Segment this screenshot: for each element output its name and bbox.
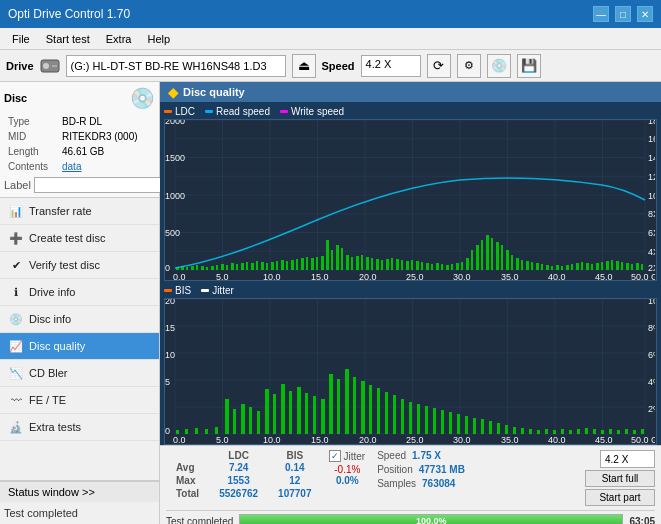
start-full-button[interactable]: Start full [585, 470, 655, 487]
svg-rect-164 [205, 429, 208, 434]
svg-text:35.0: 35.0 [501, 435, 519, 444]
jitter-section: ✓ Jitter -0.1% 0.0% [329, 450, 365, 486]
start-part-button[interactable]: Start part [585, 489, 655, 506]
svg-rect-49 [301, 258, 304, 270]
save-button[interactable]: 💾 [517, 54, 541, 78]
svg-rect-216 [625, 429, 628, 434]
svg-rect-171 [265, 389, 269, 434]
svg-rect-180 [337, 379, 340, 434]
label-input[interactable] [34, 177, 167, 193]
svg-rect-83 [471, 250, 473, 270]
minimize-button[interactable]: — [593, 6, 609, 22]
svg-rect-74 [426, 263, 429, 270]
disc-quality-header: ◆ Disc quality [160, 82, 661, 102]
sidebar-item-disc-info[interactable]: 💿 Disc info [0, 306, 159, 333]
jitter-legend: Jitter [201, 285, 234, 296]
sidebar-item-fe-te[interactable]: 〰 FE / TE [0, 387, 159, 414]
stats-panel: LDC BIS Avg 7.24 0.14 Max 1553 12 Tota [160, 445, 661, 524]
svg-rect-64 [376, 259, 379, 270]
refresh-button[interactable]: ⟳ [427, 54, 451, 78]
status-window-button[interactable]: Status window >> [0, 481, 159, 502]
read-speed-legend: Read speed [205, 106, 270, 117]
svg-rect-42 [266, 263, 268, 270]
sidebar-item-disc-quality[interactable]: 📈 Disc quality [0, 333, 159, 360]
svg-rect-40 [256, 261, 258, 270]
svg-text:35.0: 35.0 [501, 272, 519, 280]
svg-rect-75 [431, 264, 433, 270]
sidebar-item-transfer-rate[interactable]: 📊 Transfer rate [0, 198, 159, 225]
elapsed-time: 63:05 [629, 516, 655, 525]
length-label: Length [6, 145, 58, 158]
sidebar-item-drive-info[interactable]: ℹ Drive info [0, 279, 159, 306]
bis-col-header: BIS [268, 450, 321, 461]
sidebar-item-label: Disc quality [29, 340, 85, 352]
svg-text:15.0: 15.0 [311, 435, 329, 444]
svg-text:0.0: 0.0 [173, 435, 186, 444]
svg-rect-213 [601, 430, 604, 434]
sidebar-item-label: CD Bler [29, 367, 68, 379]
svg-rect-99 [551, 266, 553, 270]
svg-text:0: 0 [165, 426, 170, 436]
speed-label: Speed [322, 60, 355, 72]
avg-bis: 0.14 [268, 461, 321, 474]
svg-rect-50 [306, 257, 308, 270]
svg-rect-71 [411, 260, 413, 270]
menu-extra[interactable]: Extra [98, 32, 140, 46]
svg-rect-27 [191, 266, 194, 270]
svg-rect-33 [221, 264, 224, 270]
maximize-button[interactable]: □ [615, 6, 631, 22]
menu-help[interactable]: Help [139, 32, 178, 46]
svg-rect-60 [356, 256, 359, 270]
extra-tests-icon: 🔬 [8, 419, 24, 435]
sidebar-item-label: FE / TE [29, 394, 66, 406]
svg-text:10: 10 [165, 350, 175, 360]
drive-icon [40, 56, 60, 76]
menu-start-test[interactable]: Start test [38, 32, 98, 46]
speed-dropdown[interactable]: 4.2 X [600, 450, 655, 468]
speed-select[interactable]: 4.2 X [361, 55, 421, 77]
svg-rect-28 [196, 265, 198, 270]
contents-value[interactable]: data [62, 161, 81, 172]
drive-label: Drive [6, 60, 34, 72]
jitter-checkbox[interactable]: ✓ [329, 450, 341, 462]
close-button[interactable]: ✕ [637, 6, 653, 22]
sidebar-item-cd-bler[interactable]: 📉 CD Bler [0, 360, 159, 387]
type-value: BD-R DL [60, 115, 153, 128]
menu-file[interactable]: File [4, 32, 38, 46]
svg-text:25.0: 25.0 [406, 272, 424, 280]
svg-rect-165 [215, 427, 218, 434]
svg-rect-78 [446, 265, 449, 270]
drive-select[interactable]: (G:) HL-DT-ST BD-RE WH16NS48 1.D3 [66, 55, 286, 77]
svg-rect-167 [233, 409, 236, 434]
svg-rect-44 [276, 261, 278, 270]
svg-rect-97 [541, 264, 543, 270]
svg-text:5.0: 5.0 [216, 435, 229, 444]
svg-rect-182 [353, 377, 356, 434]
svg-rect-161 [176, 430, 179, 434]
settings-button[interactable]: ⚙ [457, 54, 481, 78]
svg-rect-203 [521, 428, 524, 434]
svg-text:1000: 1000 [165, 191, 185, 201]
sidebar-item-verify-test-disc[interactable]: ✔ Verify test disc [0, 252, 159, 279]
eject-button[interactable]: ⏏ [292, 54, 316, 78]
svg-rect-46 [286, 261, 288, 270]
svg-rect-185 [377, 388, 380, 434]
fe-te-icon: 〰 [8, 392, 24, 408]
disc-info-panel: Disc 💿 Type BD-R DL MID RITEKDR3 (000) L… [0, 82, 159, 198]
svg-rect-94 [526, 261, 529, 270]
svg-rect-218 [641, 429, 644, 434]
svg-rect-52 [316, 257, 318, 270]
sidebar-item-extra-tests[interactable]: 🔬 Extra tests [0, 414, 159, 441]
svg-rect-179 [329, 374, 333, 434]
sidebar-item-create-test-disc[interactable]: ➕ Create test disc [0, 225, 159, 252]
max-ldc: 1553 [209, 474, 268, 487]
svg-rect-76 [436, 263, 439, 270]
svg-rect-215 [617, 430, 620, 434]
svg-text:0: 0 [165, 263, 170, 273]
ldc-legend-dot [164, 110, 172, 113]
svg-rect-32 [216, 265, 218, 270]
disc-button[interactable]: 💿 [487, 54, 511, 78]
svg-rect-106 [586, 263, 589, 270]
svg-rect-109 [601, 262, 603, 270]
max-label: Max [166, 474, 209, 487]
